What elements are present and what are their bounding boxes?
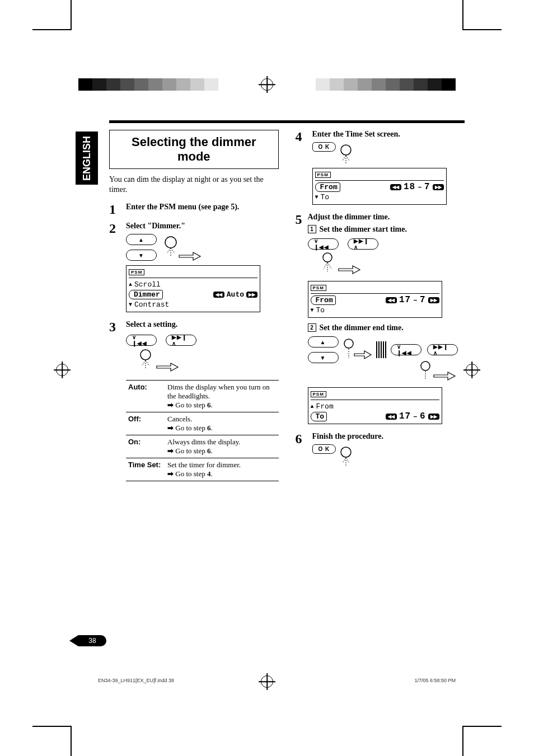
setting-name: Time Set: [128, 461, 158, 469]
step-6-title: Finish the procedure.: [312, 432, 465, 441]
page-content: ENGLISH Selecting the dimmer mode You ca…: [76, 120, 465, 487]
section-title: Selecting the dimmer mode: [109, 130, 279, 169]
lcd-dimmer-selected: Dimmer: [129, 290, 163, 299]
up-button-icon: ▲: [126, 234, 157, 245]
up-button-icon: ▲: [308, 336, 339, 348]
step-1: 1 Enter the PSM menu (see page 5).: [109, 203, 279, 216]
right-skip-icon: ▶▶: [428, 297, 439, 303]
left-skip-icon: ◀◀: [386, 414, 397, 420]
press-indicator-icon: [338, 444, 366, 467]
lcd-to: To: [321, 193, 330, 201]
prev-button-icon: ∨ ❙◀◀: [126, 335, 157, 346]
table-row: Auto: Dims the display when you turn on …: [126, 381, 279, 412]
intro-text: You can dim the display at night or as y…: [109, 175, 279, 195]
table-row: Time Set: Set the timer for dimmer. ➡ Go…: [126, 458, 279, 481]
step-number: 2: [109, 222, 120, 235]
lcd-header: PSM: [311, 285, 326, 291]
lcd-screen: PSM ▲From To ◀◀ 17 – 6 ▶▶: [308, 387, 442, 424]
step-4: 4 Enter the Time Set screen. O K PSM: [296, 130, 465, 207]
ok-button-icon: O K: [312, 142, 336, 152]
footer-file: EN34-39_LH911[EX_EU]f.indd 38: [98, 678, 174, 683]
right-skip-icon: ▶▶: [428, 414, 439, 420]
substep-number-icon: 1: [308, 225, 316, 233]
press-indicator-icon: [162, 234, 202, 262]
lcd-header: PSM: [129, 269, 144, 275]
lcd-scroll: Scroll: [134, 280, 161, 289]
registration-mark-icon: [56, 364, 68, 376]
svg-point-4: [344, 339, 353, 348]
step-3-title: Select a setting.: [126, 320, 279, 329]
setting-name: Off: [128, 415, 139, 423]
setting-desc: Cancels.: [167, 415, 192, 423]
press-indicator-icon: [342, 336, 373, 364]
press-indicator-icon: [338, 142, 366, 165]
prev-button-icon: ∨ ❙◀◀: [308, 238, 339, 250]
press-indicator-icon: [308, 252, 375, 275]
press-indicator-icon: [308, 360, 476, 382]
left-skip-icon: ◀◀: [390, 184, 401, 190]
svg-point-5: [421, 361, 430, 370]
lcd-hour: 17: [399, 411, 411, 421]
lcd-to: To: [316, 306, 325, 314]
svg-point-6: [341, 447, 351, 457]
next-button-icon: ▶▶❙ ∧: [427, 344, 458, 355]
step-4-title: Enter the Time Set screen.: [312, 130, 465, 139]
left-skip-icon: ◀◀: [213, 292, 224, 298]
page-number: 38: [78, 635, 106, 646]
lcd-header: PSM: [311, 391, 326, 397]
step-number: 1: [109, 203, 120, 216]
next-button-icon: ▶▶❙ ∧: [166, 335, 196, 346]
lcd-screen: PSM From ◀◀ 18 – 7 ▶▶ ▼To: [312, 168, 447, 205]
down-button-icon: ▼: [126, 250, 157, 261]
substep-number-icon: 2: [308, 323, 316, 332]
ok-button-icon: O K: [312, 444, 336, 454]
divider-stripes-icon: [376, 341, 387, 358]
table-row: Off: Cancels. ➡ Go to step 6.: [126, 412, 279, 435]
setting-name: On: [128, 438, 138, 446]
step-5-title: Adjust the dimmer time.: [308, 213, 476, 222]
lcd-screen: PSM From ◀◀ 17 – 7 ▶▶ ▼To: [308, 281, 442, 318]
svg-point-2: [341, 145, 351, 155]
lcd-screen: PSM ▲Scroll Dimmer ◀◀ Auto ▶▶ ▼Contrast: [126, 265, 260, 312]
step-5b-title: Set the dimmer end time.: [320, 323, 404, 332]
lcd-auto-value: Auto: [227, 290, 244, 299]
color-bar: [316, 78, 456, 91]
lcd-hour: 17: [399, 295, 411, 305]
lcd-contrast: Contrast: [134, 300, 169, 309]
setting-desc: Always dims the display.: [167, 438, 241, 446]
step-number: 4: [296, 130, 307, 143]
lcd-from-selected: From: [311, 295, 336, 305]
lcd-from-selected: From: [315, 182, 340, 192]
step-2: 2 Select "Dimmer." ▲ ▼: [109, 222, 279, 314]
step-6: 6 Finish the procedure. O K: [296, 432, 465, 467]
settings-table: Auto: Dims the display when you turn on …: [126, 380, 279, 481]
step-2-title: Select "Dimmer.": [126, 222, 279, 231]
svg-point-0: [165, 237, 176, 248]
step-number: 5: [296, 213, 302, 226]
lcd-header: PSM: [315, 172, 331, 178]
lcd-hour: 7: [424, 182, 430, 192]
left-skip-icon: ◀◀: [386, 297, 397, 303]
color-bar: [78, 78, 218, 91]
svg-point-1: [140, 350, 151, 360]
footer-date: 1/7/05 6:58:50 PM: [414, 678, 456, 683]
svg-point-3: [323, 253, 332, 262]
setting-name: Auto: [128, 383, 145, 391]
step-number: 6: [296, 432, 307, 445]
language-tab: ENGLISH: [76, 132, 98, 185]
lcd-to-selected: To: [311, 412, 327, 421]
lcd-hour: 6: [420, 411, 426, 421]
right-column: 4 Enter the Time Set screen. O K PSM: [296, 130, 465, 487]
right-skip-icon: ▶▶: [433, 184, 444, 190]
next-button-icon: ▶▶❙ ∧: [348, 238, 378, 250]
step-1-title: Enter the PSM menu (see page 5).: [126, 203, 279, 212]
lcd-hour: 18: [404, 182, 415, 192]
setting-desc: Set the timer for dimmer.: [167, 461, 241, 469]
press-indicator-icon: [126, 348, 193, 373]
left-column: Selecting the dimmer mode You can dim th…: [109, 130, 279, 487]
registration-mark-icon: [261, 78, 273, 91]
lcd-hour: 7: [420, 295, 426, 305]
footer: EN34-39_LH911[EX_EU]f.indd 38 1/7/05 6:5…: [98, 678, 456, 683]
prev-button-icon: ∨ ❙◀◀: [391, 344, 421, 355]
setting-desc: Dims the display when you turn on the he…: [167, 383, 270, 400]
